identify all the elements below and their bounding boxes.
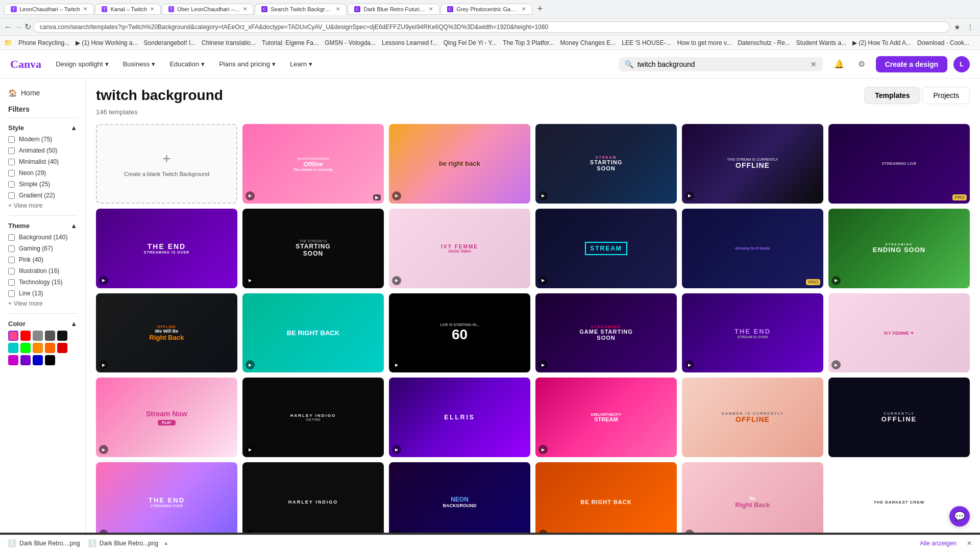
nav-business[interactable]: Business ▾	[117, 57, 162, 71]
chat-bubble-button[interactable]: 💬	[949, 506, 970, 527]
color-swatch-blue[interactable]	[33, 355, 43, 365]
bookmark-qing[interactable]: Qing Fei De Yi - Y...	[444, 39, 497, 46]
filter-modern[interactable]: Modern (75)	[8, 135, 77, 144]
filter-simple-checkbox[interactable]	[8, 181, 15, 188]
template-card-25[interactable]: THE END STREAMING OVER ▶	[96, 462, 237, 542]
template-card-2[interactable]: yourstreamnane Offline The stream is cur…	[242, 124, 384, 204]
bookmark-gmsn[interactable]: GMSN - Vologda...	[325, 39, 376, 46]
nav-plans[interactable]: Plans and pricing ▾	[213, 57, 282, 71]
filter-background[interactable]: Background (140)	[8, 233, 77, 242]
bookmark-download[interactable]: Download - Cook...	[917, 39, 969, 46]
nav-design-spotlight[interactable]: Design spotlight ▾	[50, 57, 115, 71]
template-card-30[interactable]: THE DARKEST CREW	[828, 462, 970, 542]
color-swatch-magenta[interactable]	[8, 355, 18, 365]
filter-technology-checkbox[interactable]	[8, 279, 15, 286]
browser-tab-5[interactable]: C Dark Blue Retro Futuristic Str... ✕	[348, 4, 439, 15]
create-blank-card[interactable]: + Create a blank Twitch Background	[96, 124, 237, 204]
filter-minimalist[interactable]: Minimalist (40)	[8, 157, 77, 166]
filter-gaming-checkbox[interactable]	[8, 245, 15, 252]
bookmark-money[interactable]: Money Changes E...	[560, 39, 616, 46]
color-swatch-black[interactable]	[57, 331, 67, 341]
filter-gradient[interactable]: Gradient (22)	[8, 191, 77, 200]
filter-line[interactable]: Line (13)	[8, 289, 77, 298]
color-swatch-crimson[interactable]	[57, 343, 67, 353]
template-card-28[interactable]: BE RIGHT BACK ▶	[535, 462, 677, 542]
download-item-2[interactable]: 📄 Dark Blue Retro...png ▲	[88, 539, 168, 547]
filter-line-checkbox[interactable]	[8, 290, 15, 297]
filter-neon[interactable]: Neon (29)	[8, 168, 77, 178]
tab-close-4[interactable]: ✕	[336, 6, 340, 12]
bookmark-sale[interactable]: Sonderangebot! l...	[144, 39, 195, 46]
bookmark-icon[interactable]: ★	[952, 23, 963, 31]
filter-illustration-checkbox[interactable]	[8, 268, 15, 274]
template-card-14[interactable]: BE RIGHT BACK ▶	[242, 293, 384, 373]
bookmark-lessons[interactable]: Lessons Learned f...	[382, 39, 437, 46]
template-card-23[interactable]: GAMBER IS CURRENTLY OFFLINE	[682, 378, 823, 457]
template-card-8[interactable]: THE STREAM IS STARTING SOON ▶	[242, 209, 384, 288]
color-swatch-red[interactable]	[20, 331, 31, 341]
show-all-downloads-button[interactable]: Alle anzeigen	[920, 540, 957, 547]
sidebar-home-link[interactable]: 🏠 Home	[0, 85, 85, 101]
bookmark-more[interactable]: How to get more v...	[677, 39, 731, 46]
template-card-21[interactable]: ELLRIS ▶	[389, 378, 530, 457]
template-card-6[interactable]: STREAMING LIVE PRO	[828, 124, 970, 204]
template-card-27[interactable]: NEON BACKGROUND ▶	[389, 462, 530, 542]
filter-illustration[interactable]: Illustration (16)	[8, 266, 77, 276]
color-section-toggle[interactable]: Color ▲	[8, 320, 77, 328]
template-card-26[interactable]: HARLEY INDIGO ▶	[242, 462, 384, 542]
browser-tab-3[interactable]: T Über LeonChaudhari – Twitch ✕	[162, 4, 254, 15]
template-card-3[interactable]: be right back ▶	[389, 124, 530, 204]
filter-technology[interactable]: Technology (15)	[8, 278, 77, 287]
template-card-15[interactable]: LIVE IS STARTING IN... 60 ▶	[389, 293, 530, 373]
canva-logo[interactable]: Canva	[10, 58, 41, 71]
filter-modern-checkbox[interactable]	[8, 136, 15, 143]
filter-pink-checkbox[interactable]	[8, 257, 15, 263]
color-swatch-green[interactable]	[20, 343, 31, 353]
nav-education[interactable]: Education ▾	[163, 57, 211, 71]
new-tab-button[interactable]: +	[533, 4, 547, 15]
filter-neon-checkbox[interactable]	[8, 170, 15, 177]
template-card-11[interactable]: dreamy lo-fi beats PRO	[682, 209, 823, 288]
browser-tab-6[interactable]: C Grey Photocentric Game Nigh... ✕	[440, 4, 532, 15]
tab-close-5[interactable]: ✕	[429, 6, 433, 12]
template-card-7[interactable]: THE END STREAMING IS OVER ▶	[96, 209, 237, 288]
settings-icon[interactable]: ⋮	[965, 23, 976, 31]
tab-close-3[interactable]: ✕	[243, 6, 247, 12]
template-card-19[interactable]: Stream Now PLAY ▶	[96, 378, 237, 457]
filter-minimalist-checkbox[interactable]	[8, 159, 15, 165]
bookmark-phone[interactable]: Phone Recycling...	[18, 39, 69, 46]
bookmark-top3[interactable]: The Top 3 Platfor...	[503, 39, 554, 46]
filter-pink[interactable]: Pink (40)	[8, 255, 77, 264]
bookmark-lee[interactable]: LEE 'S HOUSE-...	[622, 39, 671, 46]
template-card-13[interactable]: OFFLINE We Will Be Right Back ▶	[96, 293, 237, 373]
tab-close-6[interactable]: ✕	[522, 6, 526, 12]
filter-gradient-checkbox[interactable]	[8, 192, 15, 199]
download-item-1[interactable]: 📄 Dark Blue Retro....png	[8, 539, 80, 547]
search-clear-button[interactable]: ✕	[811, 60, 817, 68]
template-card-12[interactable]: STREAMING ENDING SOON ▶	[828, 209, 970, 288]
color-swatch-orange2[interactable]	[45, 343, 55, 353]
search-input[interactable]	[638, 60, 806, 68]
back-button[interactable]: ←	[4, 22, 12, 32]
template-card-29[interactable]: Be Right Back ▶	[682, 462, 823, 542]
address-bar[interactable]: canva.com/search/templates?q=Twitch%20Ba…	[33, 21, 950, 33]
toggle-templates-button[interactable]: Templates	[864, 87, 920, 104]
template-card-10[interactable]: STREAM ▶	[535, 209, 677, 288]
forward-button[interactable]: →	[14, 22, 22, 32]
template-card-24[interactable]: CURRENTLY OFFLINE	[828, 378, 970, 457]
style-view-more[interactable]: + View more	[8, 202, 77, 209]
color-swatch-purple[interactable]	[20, 355, 31, 365]
color-swatch-pink[interactable]	[8, 331, 18, 341]
template-card-9[interactable]: IVY FEMME GOOD TIMES ▶	[389, 209, 530, 288]
bookmark-student[interactable]: Student Wants a...	[796, 39, 846, 46]
template-card-4[interactable]: STREAM STARTING SOON ▶	[535, 124, 677, 204]
theme-section-toggle[interactable]: Theme ▲	[8, 222, 77, 230]
create-design-button[interactable]: Create a design	[876, 56, 947, 72]
color-swatch-fullblack[interactable]	[45, 355, 55, 365]
filter-gaming[interactable]: Gaming (67)	[8, 244, 77, 253]
tab-close-1[interactable]: ✕	[83, 6, 87, 12]
template-card-16[interactable]: STREAMING GAME STARTING SOON ▶	[535, 293, 677, 373]
filter-animated-checkbox[interactable]	[8, 147, 15, 154]
browser-tab-4[interactable]: C Search Twitch Background – C... ✕	[255, 4, 347, 15]
browser-tab-1[interactable]: T LeonChaudhari – Twitch ✕	[4, 4, 94, 15]
